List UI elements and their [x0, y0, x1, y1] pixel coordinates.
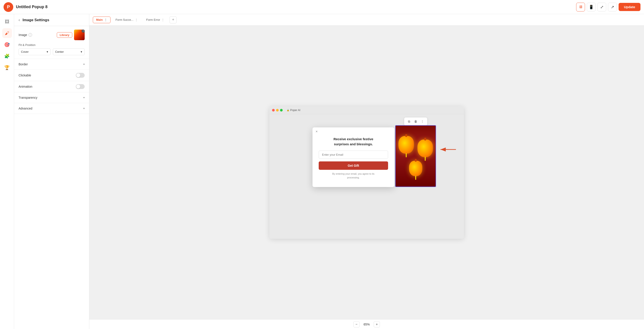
browser-bar: 🔒 Poper AI	[270, 106, 464, 114]
transparency-accordion-header[interactable]: Transparency ▾	[14, 92, 89, 103]
fullscreen-button[interactable]: ⤢	[597, 3, 606, 11]
monitor-icon: 🖥	[578, 5, 582, 9]
back-button[interactable]: ‹	[18, 18, 20, 22]
get-gift-button[interactable]: Get Gift	[319, 161, 388, 170]
lanterns-row-2	[408, 160, 423, 177]
image-element-wrapper: ⧉ 🗑 ⋮	[395, 125, 436, 187]
puzzle-icon: 🧩	[4, 53, 10, 59]
mobile-view-button[interactable]: 📱	[587, 3, 596, 11]
image-element[interactable]	[395, 125, 436, 187]
image-icon: 🖼	[5, 19, 9, 24]
page-title: Untitled Popup 8	[16, 5, 574, 9]
fit-position-selects: Cover ▾ Center ▾	[18, 48, 85, 55]
sidebar-item-trophy[interactable]: 🏆	[2, 63, 12, 72]
animation-row: Animation	[14, 81, 89, 92]
zoom-in-button[interactable]: +	[374, 321, 380, 328]
clickable-toggle[interactable]	[76, 73, 85, 78]
tab-form-success[interactable]: Form Succe... ⋮	[112, 16, 141, 23]
element-more-button[interactable]: ⋮	[419, 118, 426, 125]
add-tab-button[interactable]: +	[170, 16, 176, 23]
fit-position-row: Fit & Position Cover ▾ Center ▾	[18, 43, 85, 55]
browser-mockup: 🔒 Poper AI × Receive exclusive festivesu…	[270, 106, 464, 239]
lantern-1	[398, 136, 414, 154]
zoom-level: 65%	[362, 323, 371, 326]
info-icon[interactable]: i	[28, 33, 32, 37]
browser-dot-yellow	[276, 109, 279, 111]
image-preview: ×	[74, 29, 85, 40]
lock-icon: 🔒	[287, 109, 289, 111]
advanced-accordion-header[interactable]: Advanced ▾	[14, 103, 89, 114]
settings-panel-title: Image Settings	[22, 18, 49, 22]
animation-toggle[interactable]	[76, 84, 85, 89]
monitor-view-button[interactable]: 🖥	[576, 3, 585, 11]
image-row: Image i Library ×	[18, 29, 85, 40]
browser-dot-red	[272, 109, 275, 111]
chevron-down-icon: ▾	[83, 96, 85, 99]
nav-icons: 🖥 📱 ⤢ ↗ Update	[576, 3, 640, 11]
more-icon: ⋮	[421, 120, 424, 123]
element-delete-button[interactable]: 🗑	[412, 118, 419, 125]
image-label: Image i	[18, 33, 32, 37]
lantern-3	[409, 161, 422, 176]
element-copy-button[interactable]: ⧉	[406, 118, 412, 125]
library-button[interactable]: Library	[57, 32, 72, 38]
sidebar-item-target[interactable]: 🎯	[2, 40, 12, 49]
image-remove-button[interactable]: ×	[82, 29, 85, 33]
sidebar-item-image[interactable]: 🖼	[2, 17, 12, 26]
popup-box: × Receive exclusive festivesurprises and…	[312, 127, 394, 187]
lantern-scene	[396, 126, 436, 187]
mobile-icon: 📱	[589, 5, 594, 9]
tab-main[interactable]: Main ⋮	[93, 16, 110, 23]
canvas-content: 🔒 Poper AI × Receive exclusive festivesu…	[89, 26, 644, 319]
target-icon: 🎯	[4, 42, 10, 47]
logo-button[interactable]: P	[4, 2, 13, 12]
tab-main-menu-icon[interactable]: ⋮	[104, 18, 107, 22]
tab-form-success-menu-icon[interactable]: ⋮	[135, 18, 138, 22]
top-nav: P Untitled Popup 8 🖥 📱 ⤢ ↗ Update	[0, 0, 644, 14]
icon-sidebar: 🖼 🖌 🎯 🧩 🏆	[0, 14, 14, 329]
element-toolbar: ⧉ 🗑 ⋮	[404, 117, 428, 126]
image-controls: Library ×	[57, 29, 85, 40]
popup-container: × Receive exclusive festivesurprises and…	[312, 127, 436, 187]
settings-panel: ‹ Image Settings Image i Library × F	[14, 14, 89, 329]
external-link-icon: ↗	[611, 5, 614, 9]
browser-url: 🔒 Poper AI	[287, 109, 300, 112]
tab-form-error[interactable]: Form Error ⋮	[143, 16, 168, 23]
canvas-tabs: Main ⋮ Form Succe... ⋮ Form Error ⋮ +	[89, 14, 644, 26]
image-section: Image i Library × Fit & Position Cover ▾	[14, 26, 89, 59]
lanterns-row	[398, 135, 434, 158]
update-button[interactable]: Update	[618, 3, 640, 11]
chevron-down-icon: ▾	[83, 107, 85, 110]
tab-form-error-menu-icon[interactable]: ⋮	[161, 18, 164, 22]
zoom-out-button[interactable]: −	[354, 321, 360, 328]
fit-select[interactable]: Cover ▾	[18, 48, 50, 55]
browser-body: × Receive exclusive festivesurprises and…	[270, 114, 464, 239]
fit-position-label: Fit & Position	[18, 43, 85, 47]
sidebar-item-brush[interactable]: 🖌	[2, 28, 12, 38]
delete-icon: 🗑	[414, 120, 417, 123]
copy-icon: ⧉	[408, 120, 410, 123]
chevron-down-icon: ▾	[83, 63, 85, 66]
border-accordion-header[interactable]: Border ▾	[14, 59, 89, 69]
canvas-bottom: − 65% +	[89, 319, 644, 329]
brush-icon: 🖌	[5, 31, 9, 36]
main-layout: 🖼 🖌 🎯 🧩 🏆 ‹ Image Settings Image i	[0, 14, 644, 329]
sidebar-item-puzzle[interactable]: 🧩	[2, 51, 12, 61]
popup-disclaimer: By entering your email, you agree to its…	[319, 172, 388, 179]
chevron-down-icon: ▾	[47, 50, 48, 53]
chevron-down-icon: ▾	[81, 50, 82, 53]
position-select[interactable]: Center ▾	[53, 48, 85, 55]
clickable-row: Clickable	[14, 70, 89, 81]
advanced-section: Advanced ▾	[14, 103, 89, 114]
canvas-area: Main ⋮ Form Succe... ⋮ Form Error ⋮ +	[89, 14, 644, 329]
email-input[interactable]	[319, 151, 388, 159]
external-link-button[interactable]: ↗	[608, 3, 617, 11]
browser-dot-green	[280, 109, 283, 111]
popup-close-button[interactable]: ×	[316, 130, 318, 134]
settings-header: ‹ Image Settings	[14, 14, 89, 26]
clickable-label: Clickable	[18, 73, 31, 77]
transparency-section: Transparency ▾	[14, 92, 89, 103]
trophy-icon: 🏆	[4, 65, 10, 70]
border-section: Border ▾	[14, 59, 89, 70]
expand-icon: ⤢	[600, 5, 604, 9]
